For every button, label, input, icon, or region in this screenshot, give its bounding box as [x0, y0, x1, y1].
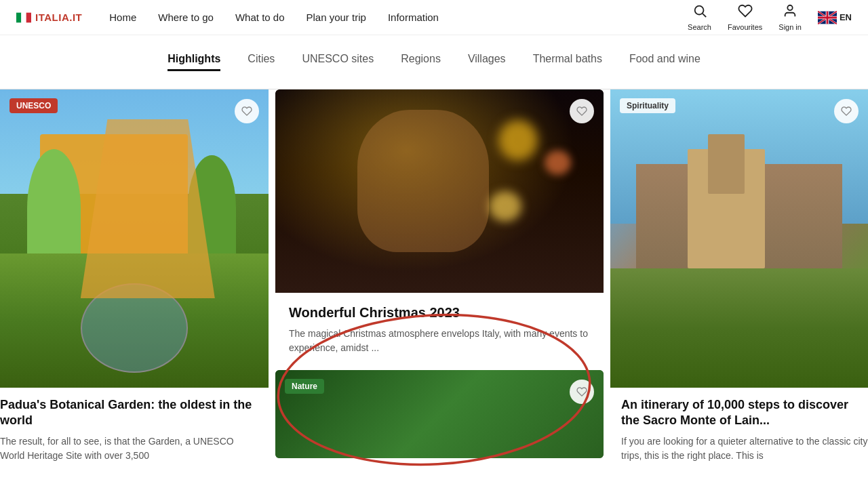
header-actions: Search Favourites Sign in	[688, 3, 852, 31]
tab-thermal-baths[interactable]: Thermal baths	[533, 53, 602, 71]
card-botanical-desc: The result, for all to see, is that the …	[0, 434, 258, 463]
nav-home[interactable]: Home	[109, 12, 136, 23]
svg-point-6	[787, 5, 792, 10]
nav-information[interactable]: Information	[388, 12, 439, 23]
card-sacro-monte-image	[610, 89, 868, 388]
card-christmas-info: Wonderful Christmas 2023 The magical Chr…	[275, 293, 604, 363]
sign-in-button[interactable]: Sign in	[778, 3, 802, 31]
nav-what-to-do[interactable]: What to do	[235, 12, 285, 23]
card-badge-nature: Nature	[285, 380, 324, 392]
header: ITALIA.IT Home Where to go What to do Pl…	[0, 0, 868, 35]
category-tabs: Highlights Cities UNESCO sites Regions V…	[0, 35, 868, 89]
favourites-label: Favourites	[728, 23, 762, 31]
card-botanical-title: Padua's Botanical Garden: the oldest in …	[0, 397, 258, 429]
tab-unesco-sites[interactable]: UNESCO sites	[302, 53, 374, 71]
sign-in-label: Sign in	[778, 23, 802, 31]
card-botanical-image	[0, 89, 269, 388]
favourites-button[interactable]: Favourites	[728, 3, 762, 31]
svg-rect-1	[16, 12, 21, 22]
card-christmas-favourite-button[interactable]	[570, 99, 594, 123]
nav-where-to-go[interactable]: Where to go	[158, 12, 214, 23]
svg-rect-2	[21, 12, 26, 22]
card-christmas-title: Wonderful Christmas 2023	[289, 304, 590, 321]
card-nature-image	[275, 370, 604, 458]
logo[interactable]: ITALIA.IT	[16, 12, 82, 23]
search-button[interactable]: Search	[688, 3, 711, 31]
card-botanical-info: Padua's Botanical Garden: the oldest in …	[0, 388, 269, 463]
card-christmas-desc: The magical Christmas atmosphere envelop…	[289, 327, 590, 355]
card-sacro-monte-desc: If you are looking for a quieter alterna…	[621, 434, 868, 463]
svg-rect-3	[26, 12, 31, 22]
uk-flag-icon	[818, 11, 837, 24]
tab-highlights[interactable]: Highlights	[167, 53, 220, 71]
user-icon	[783, 3, 797, 22]
language-label: EN	[840, 12, 852, 22]
card-christmas[interactable]: Wonderful Christmas 2023 The magical Chr…	[275, 89, 604, 363]
logo-text: ITALIA.IT	[35, 12, 82, 23]
language-switcher[interactable]: EN	[818, 11, 852, 24]
card-nature-favourite-button[interactable]	[570, 380, 594, 404]
card-sacro-monte-info: An itinerary of 10,000 steps to discover…	[610, 388, 868, 463]
svg-point-4	[694, 6, 703, 15]
search-icon	[692, 3, 707, 22]
tab-regions[interactable]: Regions	[401, 53, 441, 71]
heart-icon	[738, 3, 753, 22]
card-sacro-monte[interactable]: Spirituality An itinerary of 10,000 step…	[610, 89, 868, 463]
card-badge-spirituality: Spirituality	[620, 99, 675, 111]
card-christmas-col: Wonderful Christmas 2023 The magical Chr…	[269, 89, 610, 463]
tab-villages[interactable]: Villages	[468, 53, 506, 71]
card-badge-unesco: UNESCO	[9, 99, 58, 111]
search-label: Search	[688, 23, 711, 31]
card-sacro-monte-title: An itinerary of 10,000 steps to discover…	[621, 397, 868, 429]
card-botanical-favourite-button[interactable]	[235, 99, 259, 123]
nav-plan-your-trip[interactable]: Plan your trip	[307, 12, 366, 23]
card-botanical[interactable]: UNESCO Padua's Botanical Garden: the old…	[0, 89, 269, 463]
card-sacro-monte-favourite-button[interactable]	[834, 99, 859, 123]
card-christmas-image	[275, 89, 604, 293]
tab-cities[interactable]: Cities	[248, 53, 275, 71]
italy-flag-icon	[16, 12, 31, 23]
tab-food-and-wine[interactable]: Food and wine	[629, 53, 701, 71]
svg-line-5	[703, 14, 706, 17]
main-nav: Home Where to go What to do Plan your tr…	[109, 12, 688, 23]
card-nature[interactable]: Nature	[275, 370, 604, 458]
